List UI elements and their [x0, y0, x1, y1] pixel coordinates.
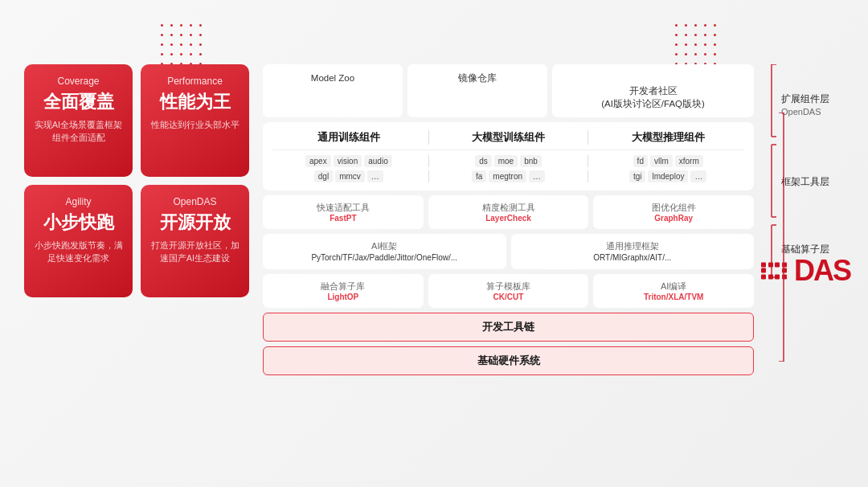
- comp-col-2-row1: ds moe bnb: [432, 155, 585, 167]
- coverage-desc: 实现AI全场景覆盖框架组件全面适配: [34, 119, 123, 145]
- tag-ellipsis-1: …: [367, 170, 383, 182]
- bottom-cards-row: Agility 小步快跑 小步快跑发版节奏，满足快速变化需求 OpenDAS 开…: [24, 185, 253, 297]
- comp-col-1-row1: apex vision audio: [272, 155, 425, 167]
- tag-ellipsis-2: …: [529, 170, 545, 182]
- center-panel: Model Zoo 镜像仓库 开发者社区 (AI版块讨论区/FAQ版块) 通用训…: [263, 64, 754, 471]
- tag-vllm: vllm: [650, 155, 673, 167]
- main-layout: Coverage 全面覆盖 实现AI全场景覆盖框架组件全面适配 Performa…: [24, 64, 844, 471]
- comp-col-3-row1: fd vllm xform: [592, 155, 744, 167]
- tools-row: 快速适配工具 FastPT 精度检测工具 LayerCheck 图优化组件 Gr…: [263, 195, 754, 229]
- tag-apex: apex: [305, 155, 331, 167]
- opendas-label: OpenDAS: [173, 196, 216, 207]
- tag-ellipsis-3: …: [690, 170, 706, 182]
- tag-xform: xform: [675, 155, 703, 167]
- opendas-title: 开源开放: [160, 212, 231, 233]
- bottom-bar-hardware: 基础硬件系统: [263, 346, 754, 375]
- performance-desc: 性能达到行业头部水平: [151, 119, 240, 132]
- top-boxes: Model Zoo 镜像仓库 开发者社区 (AI版块讨论区/FAQ版块): [263, 64, 754, 117]
- component-section: 通用训练组件 大模型训练组件 大模型推理组件 apex vision audio: [263, 122, 754, 190]
- card-coverage: Coverage 全面覆盖 实现AI全场景覆盖框架组件全面适配: [24, 64, 133, 177]
- comp-col-2-row2: fa megtron …: [432, 170, 585, 182]
- agility-desc: 小步快跑发版节奏，满足快速变化需求: [34, 239, 123, 265]
- comp-col-3-row2: tgi lmdeploy …: [592, 170, 744, 182]
- comp-tags-1-2: dgl mmcv …: [314, 170, 383, 182]
- vdivider-6: [588, 170, 588, 182]
- compute-row: 融合算子库 LightOP 算子模板库 CK/CUT AI编译 Triton/X…: [263, 274, 754, 308]
- card-agility: Agility 小步快跑 小步快跑发版节奏，满足快速变化需求: [24, 185, 133, 297]
- comp-row-1: apex vision audio ds moe bnb f: [272, 155, 744, 167]
- agility-label: Agility: [65, 196, 91, 207]
- tool-layercheck: 精度检测工具 LayerCheck: [428, 195, 589, 229]
- left-panel: Coverage 全面覆盖 实现AI全场景覆盖框架组件全面适配 Performa…: [24, 64, 253, 471]
- coverage-title: 全面覆盖: [43, 92, 114, 113]
- compute-lightop: 融合算子库 LightOP: [263, 274, 424, 308]
- tag-mmcv: mmcv: [335, 170, 365, 182]
- vdivider-4: [588, 155, 588, 167]
- das-logo-text: DAS: [794, 254, 850, 288]
- fw-inference: 通用推理框架 ORT/MIGraphx/AIT/...: [511, 234, 755, 269]
- agility-title: 小步快跑: [43, 212, 114, 233]
- comp-tags-2-1: ds moe bnb: [475, 155, 542, 167]
- right-bracket-svg: [777, 113, 792, 362]
- vdivider-2: [588, 130, 588, 145]
- mirror-repo-box: 镜像仓库: [407, 64, 547, 117]
- tag-megtron: megtron: [489, 170, 526, 182]
- tag-dgl: dgl: [314, 170, 333, 182]
- performance-label: Performance: [167, 76, 223, 87]
- top-cards-row: Coverage 全面覆盖 实现AI全场景覆盖框架组件全面适配 Performa…: [24, 64, 253, 177]
- tag-fd: fd: [633, 155, 648, 167]
- bottom-bar-devtools: 开发工具链: [263, 313, 754, 342]
- card-opendas: OpenDAS 开源开放 打造开源开放社区，加速国产AI生态建设: [141, 185, 249, 297]
- coverage-label: Coverage: [57, 76, 99, 87]
- component-headers: 通用训练组件 大模型训练组件 大模型推理组件: [272, 130, 744, 150]
- opendas-desc: 打造开源开放社区，加速国产AI生态建设: [150, 239, 240, 265]
- comp-tags-3-2: tgi lmdeploy …: [629, 170, 707, 182]
- vdivider-3: [428, 155, 429, 167]
- compute-aicompile: AI编译 Triton/XLA/TVM: [593, 274, 754, 308]
- compute-ckcut: 算子模板库 CK/CUT: [428, 274, 589, 308]
- dev-community-box: 开发者社区 (AI版块讨论区/FAQ版块): [552, 64, 754, 117]
- tool-fastpt: 快速适配工具 FastPT: [263, 195, 424, 229]
- comp-header-training: 通用训练组件: [272, 130, 425, 145]
- tag-moe: moe: [494, 155, 518, 167]
- vdivider-1: [428, 130, 429, 145]
- framework-row: AI框架 PyTorch/TF/Jax/Paddle/Jittor/OneFlo…: [263, 234, 754, 269]
- comp-col-1-row2: dgl mmcv …: [272, 170, 425, 182]
- tag-bnb: bnb: [520, 155, 542, 167]
- model-zoo-box: Model Zoo: [263, 64, 403, 117]
- comp-tags-2-2: fa megtron …: [472, 170, 545, 182]
- tag-vision: vision: [334, 155, 362, 167]
- performance-title: 性能为王: [160, 92, 231, 113]
- tag-tgi: tgi: [629, 170, 646, 182]
- vdivider-5: [428, 170, 429, 182]
- tool-graphray: 图优化组件 GraphRay: [593, 195, 754, 229]
- fw-ai: AI框架 PyTorch/TF/Jax/Paddle/Jittor/OneFlo…: [263, 234, 506, 269]
- comp-tags-3-1: fd vllm xform: [633, 155, 703, 167]
- comp-header-inference: 大模型推理组件: [592, 130, 744, 145]
- card-performance: Performance 性能为王 性能达到行业头部水平: [141, 64, 249, 177]
- tag-ds: ds: [475, 155, 492, 167]
- comp-tags-1-1: apex vision audio: [305, 155, 392, 167]
- comp-header-large-training: 大模型训练组件: [432, 130, 585, 145]
- das-brand: DAS: [761, 254, 850, 288]
- tag-audio: audio: [364, 155, 391, 167]
- tag-lmdeploy: lmdeploy: [648, 170, 688, 182]
- tag-fa: fa: [472, 170, 486, 182]
- comp-row-2: dgl mmcv … fa megtron … tgi: [272, 170, 744, 182]
